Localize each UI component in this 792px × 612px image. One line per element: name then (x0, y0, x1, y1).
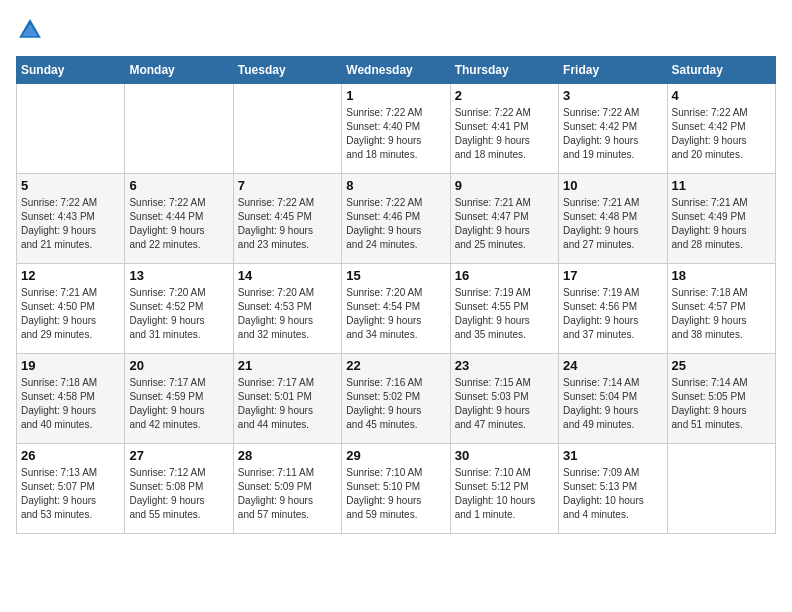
calendar-cell (17, 84, 125, 174)
day-header-friday: Friday (559, 57, 667, 84)
day-number: 11 (672, 178, 771, 193)
day-header-saturday: Saturday (667, 57, 775, 84)
day-number: 22 (346, 358, 445, 373)
day-detail: Sunrise: 7:10 AM Sunset: 5:12 PM Dayligh… (455, 466, 554, 522)
day-detail: Sunrise: 7:16 AM Sunset: 5:02 PM Dayligh… (346, 376, 445, 432)
day-number: 15 (346, 268, 445, 283)
calendar-cell: 2Sunrise: 7:22 AM Sunset: 4:41 PM Daylig… (450, 84, 558, 174)
day-detail: Sunrise: 7:22 AM Sunset: 4:41 PM Dayligh… (455, 106, 554, 162)
day-detail: Sunrise: 7:20 AM Sunset: 4:54 PM Dayligh… (346, 286, 445, 342)
day-detail: Sunrise: 7:18 AM Sunset: 4:57 PM Dayligh… (672, 286, 771, 342)
calendar-cell: 21Sunrise: 7:17 AM Sunset: 5:01 PM Dayli… (233, 354, 341, 444)
calendar-cell: 29Sunrise: 7:10 AM Sunset: 5:10 PM Dayli… (342, 444, 450, 534)
day-number: 17 (563, 268, 662, 283)
week-row-1: 1Sunrise: 7:22 AM Sunset: 4:40 PM Daylig… (17, 84, 776, 174)
day-number: 2 (455, 88, 554, 103)
day-number: 31 (563, 448, 662, 463)
day-header-monday: Monday (125, 57, 233, 84)
day-number: 27 (129, 448, 228, 463)
calendar-cell: 20Sunrise: 7:17 AM Sunset: 4:59 PM Dayli… (125, 354, 233, 444)
day-detail: Sunrise: 7:15 AM Sunset: 5:03 PM Dayligh… (455, 376, 554, 432)
day-number: 16 (455, 268, 554, 283)
day-number: 14 (238, 268, 337, 283)
day-detail: Sunrise: 7:14 AM Sunset: 5:05 PM Dayligh… (672, 376, 771, 432)
calendar-cell: 23Sunrise: 7:15 AM Sunset: 5:03 PM Dayli… (450, 354, 558, 444)
day-detail: Sunrise: 7:22 AM Sunset: 4:43 PM Dayligh… (21, 196, 120, 252)
calendar-cell: 17Sunrise: 7:19 AM Sunset: 4:56 PM Dayli… (559, 264, 667, 354)
calendar-cell: 16Sunrise: 7:19 AM Sunset: 4:55 PM Dayli… (450, 264, 558, 354)
week-row-4: 19Sunrise: 7:18 AM Sunset: 4:58 PM Dayli… (17, 354, 776, 444)
day-detail: Sunrise: 7:20 AM Sunset: 4:52 PM Dayligh… (129, 286, 228, 342)
day-detail: Sunrise: 7:11 AM Sunset: 5:09 PM Dayligh… (238, 466, 337, 522)
day-detail: Sunrise: 7:17 AM Sunset: 4:59 PM Dayligh… (129, 376, 228, 432)
calendar-cell: 8Sunrise: 7:22 AM Sunset: 4:46 PM Daylig… (342, 174, 450, 264)
day-detail: Sunrise: 7:12 AM Sunset: 5:08 PM Dayligh… (129, 466, 228, 522)
day-number: 4 (672, 88, 771, 103)
day-detail: Sunrise: 7:22 AM Sunset: 4:44 PM Dayligh… (129, 196, 228, 252)
day-number: 25 (672, 358, 771, 373)
day-number: 30 (455, 448, 554, 463)
calendar-cell: 11Sunrise: 7:21 AM Sunset: 4:49 PM Dayli… (667, 174, 775, 264)
day-number: 13 (129, 268, 228, 283)
day-detail: Sunrise: 7:14 AM Sunset: 5:04 PM Dayligh… (563, 376, 662, 432)
calendar-cell: 10Sunrise: 7:21 AM Sunset: 4:48 PM Dayli… (559, 174, 667, 264)
calendar-cell: 1Sunrise: 7:22 AM Sunset: 4:40 PM Daylig… (342, 84, 450, 174)
day-number: 24 (563, 358, 662, 373)
day-number: 1 (346, 88, 445, 103)
calendar-cell: 7Sunrise: 7:22 AM Sunset: 4:45 PM Daylig… (233, 174, 341, 264)
day-number: 9 (455, 178, 554, 193)
calendar-cell: 27Sunrise: 7:12 AM Sunset: 5:08 PM Dayli… (125, 444, 233, 534)
calendar-cell (667, 444, 775, 534)
day-header-tuesday: Tuesday (233, 57, 341, 84)
day-header-sunday: Sunday (17, 57, 125, 84)
calendar-cell: 12Sunrise: 7:21 AM Sunset: 4:50 PM Dayli… (17, 264, 125, 354)
day-header-wednesday: Wednesday (342, 57, 450, 84)
day-detail: Sunrise: 7:19 AM Sunset: 4:55 PM Dayligh… (455, 286, 554, 342)
calendar-cell: 9Sunrise: 7:21 AM Sunset: 4:47 PM Daylig… (450, 174, 558, 264)
day-number: 29 (346, 448, 445, 463)
logo (16, 16, 48, 44)
day-number: 5 (21, 178, 120, 193)
week-row-3: 12Sunrise: 7:21 AM Sunset: 4:50 PM Dayli… (17, 264, 776, 354)
day-number: 28 (238, 448, 337, 463)
day-detail: Sunrise: 7:09 AM Sunset: 5:13 PM Dayligh… (563, 466, 662, 522)
day-detail: Sunrise: 7:21 AM Sunset: 4:48 PM Dayligh… (563, 196, 662, 252)
calendar-cell: 24Sunrise: 7:14 AM Sunset: 5:04 PM Dayli… (559, 354, 667, 444)
day-detail: Sunrise: 7:17 AM Sunset: 5:01 PM Dayligh… (238, 376, 337, 432)
calendar-cell: 22Sunrise: 7:16 AM Sunset: 5:02 PM Dayli… (342, 354, 450, 444)
day-number: 18 (672, 268, 771, 283)
day-detail: Sunrise: 7:22 AM Sunset: 4:46 PM Dayligh… (346, 196, 445, 252)
day-detail: Sunrise: 7:20 AM Sunset: 4:53 PM Dayligh… (238, 286, 337, 342)
header (16, 16, 776, 44)
day-number: 7 (238, 178, 337, 193)
calendar-cell: 4Sunrise: 7:22 AM Sunset: 4:42 PM Daylig… (667, 84, 775, 174)
day-detail: Sunrise: 7:19 AM Sunset: 4:56 PM Dayligh… (563, 286, 662, 342)
day-number: 23 (455, 358, 554, 373)
week-row-5: 26Sunrise: 7:13 AM Sunset: 5:07 PM Dayli… (17, 444, 776, 534)
day-number: 12 (21, 268, 120, 283)
day-number: 19 (21, 358, 120, 373)
week-row-2: 5Sunrise: 7:22 AM Sunset: 4:43 PM Daylig… (17, 174, 776, 264)
day-detail: Sunrise: 7:21 AM Sunset: 4:50 PM Dayligh… (21, 286, 120, 342)
calendar-cell: 19Sunrise: 7:18 AM Sunset: 4:58 PM Dayli… (17, 354, 125, 444)
day-number: 8 (346, 178, 445, 193)
calendar-cell: 6Sunrise: 7:22 AM Sunset: 4:44 PM Daylig… (125, 174, 233, 264)
calendar-cell: 14Sunrise: 7:20 AM Sunset: 4:53 PM Dayli… (233, 264, 341, 354)
day-number: 6 (129, 178, 228, 193)
calendar-cell: 13Sunrise: 7:20 AM Sunset: 4:52 PM Dayli… (125, 264, 233, 354)
day-number: 20 (129, 358, 228, 373)
day-detail: Sunrise: 7:22 AM Sunset: 4:42 PM Dayligh… (672, 106, 771, 162)
calendar-cell (125, 84, 233, 174)
day-number: 10 (563, 178, 662, 193)
day-number: 21 (238, 358, 337, 373)
day-number: 3 (563, 88, 662, 103)
calendar-cell: 30Sunrise: 7:10 AM Sunset: 5:12 PM Dayli… (450, 444, 558, 534)
day-detail: Sunrise: 7:22 AM Sunset: 4:45 PM Dayligh… (238, 196, 337, 252)
calendar-cell: 15Sunrise: 7:20 AM Sunset: 4:54 PM Dayli… (342, 264, 450, 354)
calendar-cell: 18Sunrise: 7:18 AM Sunset: 4:57 PM Dayli… (667, 264, 775, 354)
day-detail: Sunrise: 7:10 AM Sunset: 5:10 PM Dayligh… (346, 466, 445, 522)
logo-icon (16, 16, 44, 44)
day-detail: Sunrise: 7:18 AM Sunset: 4:58 PM Dayligh… (21, 376, 120, 432)
calendar-cell: 3Sunrise: 7:22 AM Sunset: 4:42 PM Daylig… (559, 84, 667, 174)
calendar-table: SundayMondayTuesdayWednesdayThursdayFrid… (16, 56, 776, 534)
